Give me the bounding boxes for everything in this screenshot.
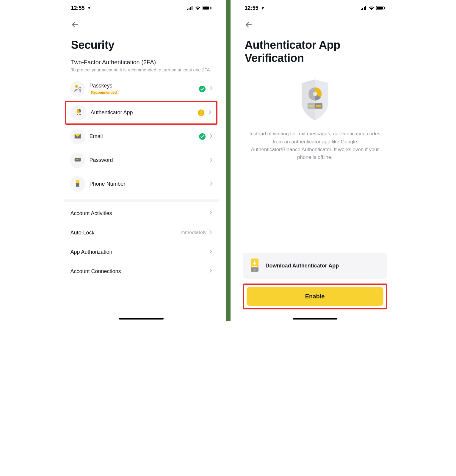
status-bar: 12:55 [238, 0, 392, 14]
row-label: Authenticator App [91, 109, 194, 116]
cellular-icon [187, 6, 193, 10]
screenshot-divider [226, 0, 231, 321]
cellular-icon [361, 6, 367, 10]
svg-point-9 [79, 87, 81, 90]
chevron-right-icon [210, 134, 213, 140]
svg-rect-31 [377, 7, 383, 10]
svg-point-21 [77, 159, 78, 160]
row-label: Phone Number [90, 181, 206, 187]
svg-rect-1 [189, 8, 189, 10]
screen-authenticator-verification: 12:55 Authenticator App Verification [238, 0, 392, 321]
description-text: Instead of waiting for text messages, ge… [238, 128, 392, 164]
chevron-right-icon [209, 268, 212, 274]
status-bar: 12:55 [64, 0, 219, 14]
svg-rect-28 [364, 7, 365, 10]
battery-icon [376, 6, 385, 10]
row-account-connections[interactable]: Account Connections [64, 262, 219, 281]
svg-rect-15 [200, 111, 201, 113]
row-label: Account Connections [70, 268, 121, 275]
email-icon [73, 131, 82, 142]
svg-rect-42 [253, 270, 256, 270]
password-icon [73, 155, 82, 165]
screen-security: 12:55 Security Two-Factor Authentication… [64, 0, 219, 321]
row-app-authorization[interactable]: App Authorization [64, 242, 219, 262]
row-label: Email [90, 133, 195, 140]
svg-rect-38 [316, 105, 321, 107]
svg-rect-29 [365, 6, 366, 10]
svg-rect-6 [211, 7, 211, 9]
phone-icon [73, 179, 82, 189]
wifi-icon [195, 6, 201, 10]
page-title: Security [64, 32, 219, 55]
chevron-right-icon [209, 110, 211, 116]
chevron-right-icon [210, 181, 213, 187]
row-password[interactable]: Password [64, 148, 219, 172]
back-button[interactable] [70, 20, 80, 30]
enable-button[interactable]: Enable [247, 287, 383, 306]
authenticator-icon [74, 108, 83, 118]
svg-rect-3 [192, 6, 192, 10]
passkey-icon [73, 84, 82, 94]
row-auto-lock[interactable]: Auto-Lock Immediately [64, 223, 219, 242]
chevron-right-icon [209, 249, 212, 255]
page-title: Authenticator App Verification [238, 32, 392, 68]
chevron-right-icon [210, 157, 213, 163]
row-label: Password [90, 157, 206, 163]
row-account-activities[interactable]: Account Activities [64, 204, 219, 223]
download-authenticator-card[interactable]: Download Authenticator App [243, 253, 387, 279]
svg-rect-2 [190, 7, 191, 10]
svg-rect-5 [203, 7, 209, 10]
check-icon [199, 133, 206, 140]
svg-point-8 [75, 85, 78, 88]
download-app-icon [249, 258, 260, 273]
svg-rect-32 [384, 7, 385, 9]
svg-point-16 [200, 114, 201, 115]
row-phone-number[interactable]: Phone Number [64, 172, 219, 196]
enable-highlight: Enable [243, 284, 387, 309]
home-indicator [293, 318, 337, 320]
location-icon [87, 6, 91, 10]
svg-rect-27 [362, 8, 363, 10]
chevron-right-icon [209, 210, 212, 216]
row-value: Immediately [179, 230, 207, 236]
arrow-left-icon [71, 21, 79, 29]
wifi-icon [369, 6, 374, 10]
battery-icon [203, 6, 211, 10]
row-label: Passkeys [90, 83, 195, 89]
row-label: Account Activities [70, 210, 112, 217]
row-email[interactable]: Email [64, 125, 219, 148]
status-time: 12:55 [71, 5, 85, 11]
back-button[interactable] [244, 20, 254, 30]
location-icon [260, 6, 265, 10]
bottom-actions: Download Authenticator App Enable [238, 253, 392, 321]
section-title: Two-Factor Authentication (2FA) [64, 55, 219, 66]
svg-rect-26 [361, 9, 362, 10]
svg-rect-24 [76, 180, 79, 183]
section-subtitle: To protect your account, it is recommend… [64, 66, 219, 77]
row-authenticator-app[interactable]: Authenticator App [65, 101, 217, 125]
svg-point-20 [76, 159, 76, 160]
row-passkeys[interactable]: Passkeys Recommended [64, 77, 219, 101]
download-label: Download Authenticator App [266, 263, 339, 269]
authenticator-illustration [238, 68, 392, 128]
warning-icon [198, 109, 204, 116]
recommended-badge: Recommended [90, 90, 119, 95]
home-indicator [119, 318, 164, 320]
arrow-left-icon [245, 21, 253, 29]
svg-rect-25 [77, 186, 79, 186]
svg-rect-0 [187, 9, 188, 10]
status-time: 12:55 [245, 5, 258, 11]
chevron-right-icon [210, 86, 213, 92]
svg-rect-12 [77, 114, 78, 115]
check-icon [199, 86, 206, 92]
row-label: Auto-Lock [70, 230, 95, 236]
section-divider [64, 199, 219, 202]
twofa-list: Passkeys Recommended Authenticator App [64, 77, 219, 196]
svg-rect-13 [79, 114, 81, 115]
chevron-right-icon [209, 230, 212, 236]
row-label: App Authorization [70, 249, 112, 255]
svg-point-22 [79, 159, 79, 160]
